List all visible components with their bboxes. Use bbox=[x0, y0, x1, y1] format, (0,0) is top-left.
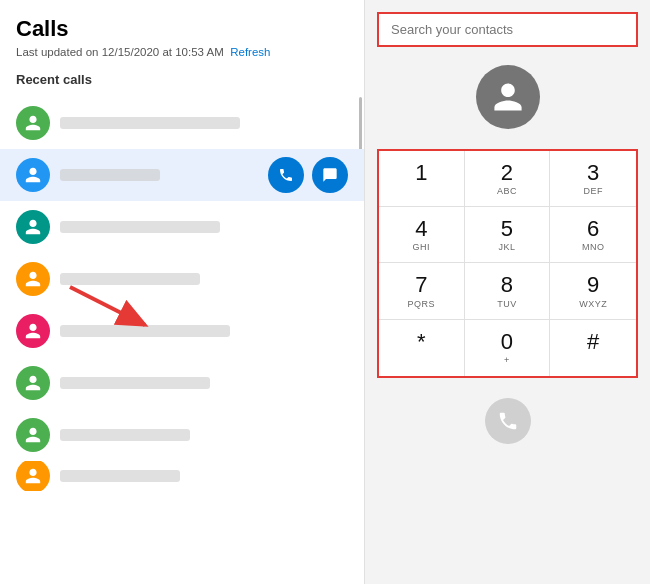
call-item-4[interactable] bbox=[0, 253, 364, 305]
contact-avatar-placeholder bbox=[476, 65, 540, 129]
dialpad-key-0[interactable]: 0 + bbox=[465, 320, 551, 376]
contact-name-blur-1 bbox=[60, 117, 240, 129]
contact-name-blur-5 bbox=[60, 325, 230, 337]
dialpad-key-1[interactable]: 1 bbox=[379, 151, 465, 207]
avatar-3 bbox=[16, 210, 50, 244]
avatar-7 bbox=[16, 418, 50, 452]
search-input[interactable] bbox=[377, 12, 638, 47]
contact-name-blur-7 bbox=[60, 429, 190, 441]
contact-name-blur-4 bbox=[60, 273, 200, 285]
contact-name-blur-3 bbox=[60, 221, 220, 233]
dialpad-key-star[interactable]: * bbox=[379, 320, 465, 376]
call-button[interactable] bbox=[268, 157, 304, 193]
dialpad-key-3[interactable]: 3 DEF bbox=[550, 151, 636, 207]
refresh-link[interactable]: Refresh bbox=[230, 46, 270, 58]
call-actions bbox=[268, 157, 348, 193]
call-item-8[interactable] bbox=[0, 461, 364, 491]
avatar-4 bbox=[16, 262, 50, 296]
dialpad: 1 2 ABC 3 DEF 4 GHI 5 JKL 6 MNO bbox=[377, 149, 638, 378]
avatar-1 bbox=[16, 106, 50, 140]
dialpad-grid: 1 2 ABC 3 DEF 4 GHI 5 JKL 6 MNO bbox=[379, 151, 636, 376]
last-updated-text: Last updated on 12/15/2020 at 10:53 AM R… bbox=[0, 46, 364, 58]
dialpad-key-hash[interactable]: # bbox=[550, 320, 636, 376]
page-title: Calls bbox=[0, 16, 364, 42]
call-item-5[interactable] bbox=[0, 305, 364, 357]
dialpad-key-4[interactable]: 4 GHI bbox=[379, 207, 465, 263]
dialpad-key-8[interactable]: 8 TUV bbox=[465, 263, 551, 319]
avatar-2 bbox=[16, 158, 50, 192]
message-button[interactable] bbox=[312, 157, 348, 193]
dialpad-key-5[interactable]: 5 JKL bbox=[465, 207, 551, 263]
call-fab-button[interactable] bbox=[485, 398, 531, 444]
call-item-2[interactable] bbox=[0, 149, 364, 201]
avatar-5 bbox=[16, 314, 50, 348]
contact-name-blur-8 bbox=[60, 470, 180, 482]
calls-list bbox=[0, 97, 364, 584]
call-item-3[interactable] bbox=[0, 201, 364, 253]
contact-name-blur-6 bbox=[60, 377, 210, 389]
dialpad-key-2[interactable]: 2 ABC bbox=[465, 151, 551, 207]
recent-calls-label: Recent calls bbox=[0, 72, 364, 87]
call-item-7[interactable] bbox=[0, 409, 364, 461]
dialpad-key-6[interactable]: 6 MNO bbox=[550, 207, 636, 263]
dialpad-key-7[interactable]: 7 PQRS bbox=[379, 263, 465, 319]
call-item-1[interactable] bbox=[0, 97, 364, 149]
call-item-6[interactable] bbox=[0, 357, 364, 409]
avatar-8 bbox=[16, 461, 50, 491]
contact-name-blur-2 bbox=[60, 169, 160, 181]
right-panel: 1 2 ABC 3 DEF 4 GHI 5 JKL 6 MNO bbox=[365, 0, 650, 584]
dialpad-key-9[interactable]: 9 WXYZ bbox=[550, 263, 636, 319]
avatar-6 bbox=[16, 366, 50, 400]
left-panel: Calls Last updated on 12/15/2020 at 10:5… bbox=[0, 0, 365, 584]
